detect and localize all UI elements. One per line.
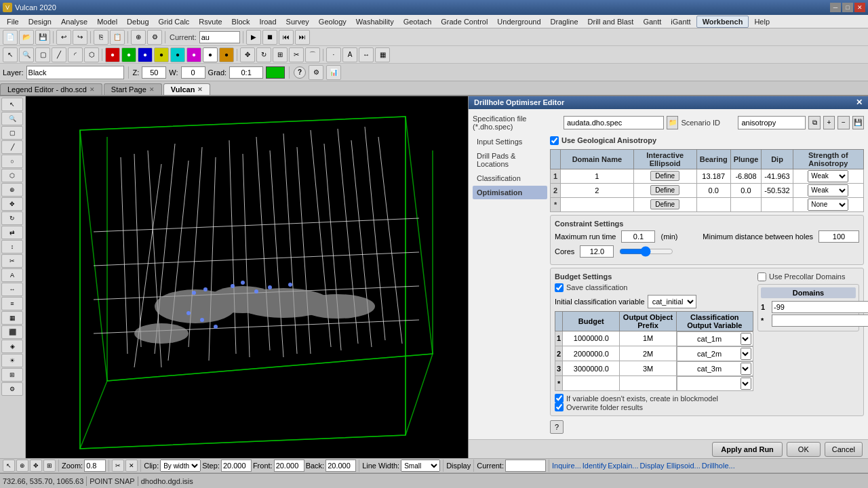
paste-btn[interactable]: 📋 [110, 30, 125, 45]
zoom-in-btn[interactable]: 🔍 [19, 47, 34, 62]
arc-btn[interactable]: ◜ [68, 47, 83, 62]
apply-run-button[interactable]: Apply and Run [712, 442, 783, 457]
clip-select[interactable]: By width [160, 460, 201, 472]
menu-igantt[interactable]: iGantt [667, 16, 694, 27]
nav-input-settings[interactable]: Input Settings [473, 135, 547, 148]
domain-star[interactable] [561, 197, 633, 211]
menu-grade-control[interactable]: Grade Control [437, 16, 492, 27]
tab-legend-close[interactable]: ✕ [90, 86, 95, 93]
dim-btn[interactable]: ↔ [359, 47, 374, 62]
color-green[interactable]: ● [121, 47, 136, 62]
domain-1[interactable] [561, 169, 633, 183]
br-prefix-3[interactable] [620, 361, 676, 376]
grad-input[interactable] [229, 66, 263, 79]
menu-geology[interactable]: Geology [315, 16, 351, 27]
mindist-input[interactable] [818, 230, 859, 243]
tab-vulcan[interactable]: Vulcan ✕ [163, 83, 211, 95]
tab-vulcan-close[interactable]: ✕ [197, 86, 203, 93]
rotate-btn[interactable]: ↻ [256, 47, 271, 62]
if-var-checkbox[interactable] [555, 394, 564, 403]
br-budget-star[interactable] [563, 376, 620, 391]
domain-input-star[interactable] [772, 314, 868, 327]
color-red[interactable]: ● [105, 47, 120, 62]
spec-browse-btn[interactable]: 📁 [667, 116, 678, 129]
save-btn[interactable]: 💾 [35, 30, 50, 45]
tab-start-page[interactable]: Start Page ✕ [104, 83, 162, 95]
lt-layer[interactable]: ⊞ [1, 368, 23, 382]
color-swatch[interactable] [266, 66, 285, 79]
drillhole-label[interactable]: Drillhole... [702, 462, 735, 470]
tab-legend-editor[interactable]: Legend Editor - dho.scd ✕ [0, 83, 102, 95]
lt-attr[interactable]: ≡ [1, 297, 23, 310]
overwrite-checkbox[interactable] [555, 403, 564, 411]
z-input[interactable] [142, 66, 166, 79]
lt-poly[interactable]: ⬡ [1, 169, 23, 182]
br-budget-2[interactable] [563, 346, 620, 361]
lt-fill[interactable]: ▦ [1, 311, 23, 325]
nav-drill-pads[interactable]: Drill Pads & Locations [473, 149, 547, 171]
point-btn[interactable]: · [326, 47, 341, 62]
lt-trim[interactable]: ✂ [1, 254, 23, 268]
lt-render[interactable]: ◈ [1, 340, 23, 353]
current-input[interactable] [199, 31, 240, 43]
trim-btn[interactable]: ✂ [289, 47, 304, 62]
define-1[interactable]: Define [633, 169, 696, 183]
play-btn[interactable]: ▶ [246, 30, 261, 45]
lt-circle[interactable]: ○ [1, 155, 23, 168]
lt-line[interactable]: ╱ [1, 140, 23, 154]
scenario-id-input[interactable] [738, 116, 806, 129]
color-cyan[interactable]: ● [170, 47, 185, 62]
select-btn[interactable]: ▢ [35, 47, 50, 62]
define-star[interactable]: Define [633, 197, 696, 211]
lt-zoom[interactable]: 🔍 [1, 112, 23, 125]
window-controls[interactable]: ─ □ ✕ [830, 3, 865, 12]
scale-btn[interactable]: ⊞ [273, 47, 288, 62]
lt-snap[interactable]: ✥ [1, 197, 23, 211]
lt-dim[interactable]: ↔ [1, 283, 23, 296]
fillet-btn[interactable]: ⌒ [305, 47, 320, 62]
bt-move[interactable]: ✥ [30, 460, 42, 472]
menu-debug[interactable]: Debug [123, 16, 153, 27]
bt-select[interactable]: ↖ [3, 460, 15, 472]
define-2[interactable]: Define [633, 183, 696, 197]
undo-btn[interactable]: ↩ [56, 30, 71, 45]
menu-survey[interactable]: Survey [282, 16, 313, 27]
color-orange[interactable]: ● [219, 47, 234, 62]
br-var-1[interactable]: ▼ [677, 331, 753, 346]
menu-model[interactable]: Model [93, 16, 121, 27]
menu-underground[interactable]: Underground [493, 16, 545, 27]
text-btn[interactable]: A [342, 47, 357, 62]
tab-start-close[interactable]: ✕ [149, 86, 155, 93]
lt-move[interactable]: ↕ [1, 240, 23, 253]
lt-text[interactable]: A [1, 268, 23, 282]
dialog-close-icon[interactable]: ✕ [856, 98, 863, 107]
menu-geotach[interactable]: Geotach [399, 16, 436, 27]
lt-3d[interactable]: ⬛ [1, 325, 23, 339]
domain-2[interactable] [561, 183, 633, 197]
maximize-button[interactable]: □ [842, 3, 853, 12]
view-3d[interactable] [26, 96, 468, 458]
display-ellipsoid-label[interactable]: Display Ellipsoid... [640, 462, 701, 470]
bt-table[interactable]: ⊞ [43, 460, 56, 472]
move-btn[interactable]: ✥ [240, 47, 255, 62]
identify-label[interactable]: Identify [583, 462, 606, 470]
menu-gantt[interactable]: Gantt [639, 16, 665, 27]
br-prefix-2[interactable] [620, 346, 676, 361]
extra-btn-1[interactable]: ⚙ [309, 65, 323, 80]
back-input[interactable] [326, 460, 356, 472]
nav-classification[interactable]: Classification [473, 171, 547, 185]
color-yellow[interactable]: ● [154, 47, 169, 62]
scenario-save-btn[interactable]: 💾 [852, 116, 864, 129]
strength-star[interactable]: NoneWeakMediumStrong [793, 197, 863, 211]
hatch-btn[interactable]: ▦ [375, 47, 390, 62]
menu-dragline[interactable]: Dragline [547, 16, 583, 27]
menu-drill-blast[interactable]: Drill and Blast [584, 16, 638, 27]
menu-rsvute[interactable]: Rsvute [195, 16, 226, 27]
ff-btn[interactable]: ⏭ [295, 30, 310, 45]
br-var-3[interactable]: ▼ [677, 361, 753, 376]
settings-btn[interactable]: ⚙ [147, 30, 162, 45]
menu-iroad[interactable]: Iroad [256, 16, 281, 27]
menu-file[interactable]: File [3, 16, 23, 27]
br-var-2[interactable]: ▼ [677, 346, 753, 361]
spec-file-input[interactable] [564, 116, 664, 129]
